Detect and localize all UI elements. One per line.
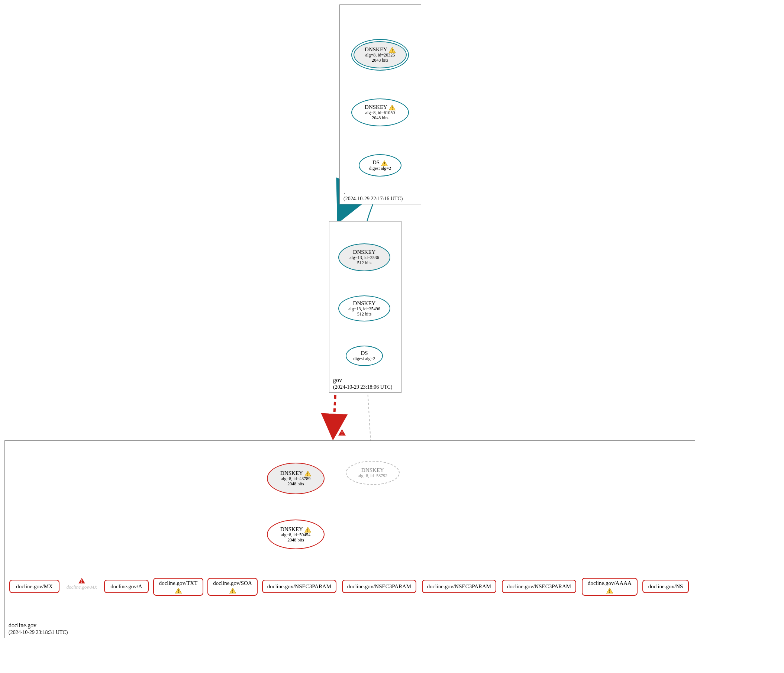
rr-a: docline.gov/A	[104, 580, 149, 593]
svg-rect-25	[307, 528, 308, 530]
rr-nsec3param-4-label: docline.gov/NSEC3PARAM	[507, 583, 571, 590]
node-docline-ksk-bits: 2048 bits	[287, 482, 304, 487]
node-gov-ds-alg: digest alg=2	[353, 356, 375, 362]
node-docline-inactive-alg: alg=8, id=58792	[358, 473, 388, 479]
rr-mx: docline.gov/MX	[9, 580, 59, 593]
node-root-zsk: DNSKEY alg=8, id=61050 2048 bits	[351, 98, 409, 126]
node-root-ds-alg: digest alg=2	[369, 166, 391, 171]
node-root-ksk-alg: alg=8, id=20326	[366, 53, 395, 58]
rr-nsec3param-1-label: docline.gov/NSEC3PARAM	[267, 583, 331, 590]
warning-icon	[175, 587, 182, 594]
node-gov-ds-title: DS	[361, 350, 368, 356]
svg-rect-24	[307, 475, 308, 476]
node-root-ksk-bits: 2048 bits	[372, 58, 388, 63]
rr-mx-label: docline.gov/MX	[16, 583, 53, 590]
node-gov-ksk-title: DNSKEY	[353, 249, 376, 255]
svg-rect-26	[307, 531, 308, 532]
rr-a-label: docline.gov/A	[110, 583, 142, 590]
node-docline-zsk-bits: 2048 bits	[287, 538, 304, 543]
rr-ns-label: docline.gov/NS	[648, 583, 683, 590]
warning-icon	[606, 587, 613, 594]
warning-icon	[229, 587, 236, 594]
node-root-ds: DS digest alg=2	[359, 154, 401, 177]
node-root-zsk-title: DNSKEY	[365, 104, 387, 110]
rr-nsec3param-2-label: docline.gov/NSEC3PARAM	[347, 583, 411, 590]
node-docline-zsk-alg: alg=8, id=50454	[281, 533, 311, 538]
zone-root-label: .	[344, 188, 345, 195]
rr-soa-label: docline.gov/SOA	[213, 580, 252, 586]
svg-rect-21	[384, 162, 385, 164]
error-icon	[78, 578, 85, 583]
rr-nsec3param-1: docline.gov/NSEC3PARAM	[262, 580, 336, 593]
node-docline-ksk-alg: alg=8, id=43789	[281, 476, 311, 482]
node-docline-inactive-title: DNSKEY	[361, 467, 384, 473]
node-gov-zsk-title: DNSKEY	[353, 300, 376, 306]
warning-icon	[305, 470, 311, 476]
node-gov-ksk: DNSKEY alg=13, id=2536 512 bits	[338, 243, 390, 271]
zone-docline-label: docline.gov	[9, 622, 36, 629]
svg-rect-20	[392, 109, 392, 110]
svg-rect-19	[392, 107, 392, 109]
node-root-ksk-title: DNSKEY	[365, 47, 387, 53]
svg-rect-34	[609, 592, 610, 593]
rr-txt-label: docline.gov/TXT	[159, 580, 198, 586]
node-gov-ksk-bits: 512 bits	[357, 261, 371, 266]
svg-rect-30	[178, 592, 179, 593]
rr-aaaa: docline.gov/AAAA	[582, 578, 638, 596]
rr-soa: docline.gov/SOA	[207, 578, 258, 596]
svg-rect-27	[81, 579, 82, 581]
warning-icon	[305, 526, 311, 533]
node-root-ksk: DNSKEY alg=8, id=20326 2048 bits	[351, 39, 409, 71]
node-docline-ksk-title: DNSKEY	[280, 470, 303, 476]
zone-gov-timestamp: (2024-10-29 23:18:06 UTC)	[333, 384, 392, 390]
svg-rect-28	[81, 582, 82, 583]
rr-nsec3param-4: docline.gov/NSEC3PARAM	[502, 580, 576, 593]
svg-rect-33	[609, 589, 610, 591]
rr-aaaa-label: docline.gov/AAAA	[588, 580, 632, 586]
node-docline-inactive-key: DNSKEY alg=8, id=58792	[346, 461, 400, 485]
svg-rect-18	[392, 52, 392, 53]
node-gov-ds: DS digest alg=2	[346, 346, 383, 366]
rr-nsec3param-3: docline.gov/NSEC3PARAM	[422, 580, 496, 593]
rr-mx-ghost-label: docline.gov/MX	[67, 584, 97, 590]
zone-gov-label: gov	[333, 377, 342, 384]
node-gov-zsk: DNSKEY alg=13, id=35496 512 bits	[338, 295, 390, 322]
zone-docline-timestamp: (2024-10-29 23:18:31 UTC)	[9, 629, 68, 636]
node-root-ds-title: DS	[372, 159, 380, 166]
node-gov-ksk-alg: alg=13, id=2536	[350, 255, 379, 261]
svg-rect-5	[342, 434, 342, 435]
rr-txt: docline.gov/TXT	[153, 578, 203, 596]
node-root-zsk-alg: alg=8, id=61050	[366, 110, 395, 116]
svg-rect-29	[178, 589, 179, 591]
rr-mx-ghost: docline.gov/MX	[63, 578, 100, 590]
svg-rect-17	[392, 49, 392, 51]
node-gov-zsk-bits: 512 bits	[357, 312, 371, 317]
svg-rect-22	[384, 165, 385, 165]
svg-rect-32	[232, 592, 233, 593]
node-gov-zsk-alg: alg=13, id=35496	[348, 306, 380, 312]
rr-ns: docline.gov/NS	[642, 580, 689, 593]
warning-icon	[381, 159, 388, 166]
svg-rect-4	[342, 431, 342, 433]
svg-rect-31	[232, 589, 233, 591]
zone-root-timestamp: (2024-10-29 22:17:16 UTC)	[344, 196, 403, 202]
warning-icon	[389, 104, 395, 110]
node-docline-ksk: DNSKEY alg=8, id=43789 2048 bits	[267, 463, 325, 494]
node-root-zsk-bits: 2048 bits	[372, 116, 388, 121]
node-docline-zsk-title: DNSKEY	[280, 526, 303, 533]
node-docline-zsk: DNSKEY alg=8, id=50454 2048 bits	[267, 519, 325, 549]
rr-nsec3param-2: docline.gov/NSEC3PARAM	[342, 580, 416, 593]
warning-icon	[389, 47, 395, 53]
rr-nsec3param-3-label: docline.gov/NSEC3PARAM	[427, 583, 491, 590]
diagram-canvas: . (2024-10-29 22:17:16 UTC) gov (2024-10…	[0, 0, 784, 673]
svg-rect-23	[307, 473, 308, 474]
